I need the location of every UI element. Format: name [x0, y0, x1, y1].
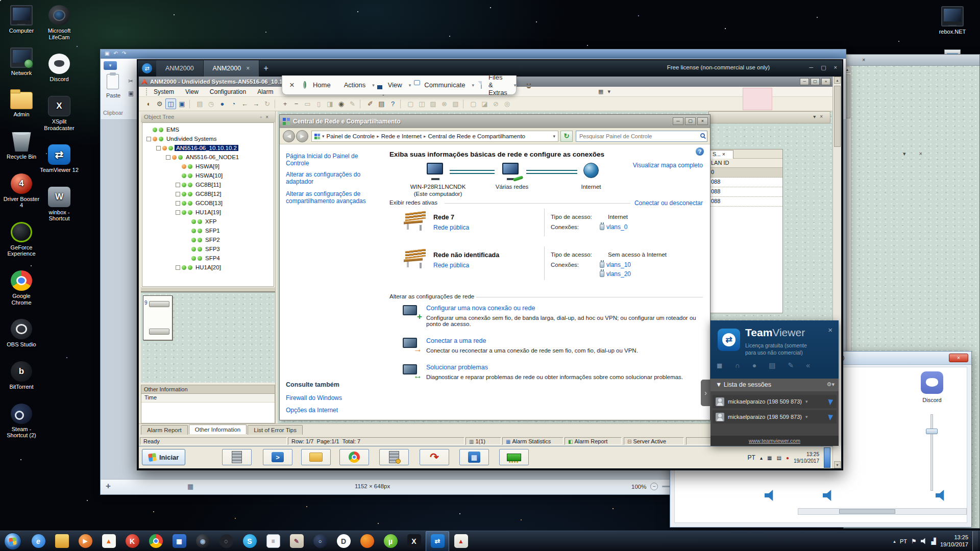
- tree-item[interactable]: SFP1: [142, 226, 274, 235]
- separator[interactable]: [189, 99, 193, 109]
- pin-icon[interactable]: ◫: [416, 98, 427, 109]
- export-icon[interactable]: ◨: [325, 98, 335, 109]
- back-button[interactable]: ◀: [283, 130, 295, 142]
- firefox-icon[interactable]: [355, 531, 379, 551]
- breadcrumb[interactable]: ▾ Painel de Controle▸ Rede e Internet▸ C…: [311, 131, 558, 142]
- duplicate-icon[interactable]: ◪: [479, 98, 490, 109]
- expander-icon[interactable]: [166, 155, 170, 160]
- close-button[interactable]: ×: [834, 64, 837, 71]
- breadcrumb-item[interactable]: Rede e Internet: [381, 133, 422, 139]
- hidden-icons-chevron[interactable]: ▴: [893, 539, 896, 544]
- winbox-icon[interactable]: W winbox - Shortcut: [40, 187, 79, 222]
- network-type-link[interactable]: Rede pública: [433, 224, 469, 231]
- connection-link[interactable]: vlans_10: [600, 261, 631, 268]
- connection-link[interactable]: vlans_20: [600, 270, 631, 278]
- tree-item[interactable]: HSWA[9]: [142, 162, 274, 171]
- tree-item[interactable]: AN5516-06_NODE1: [142, 153, 274, 162]
- breadcrumb-item[interactable]: Painel de Controle: [327, 133, 375, 139]
- panel-controls[interactable]: ▾×: [903, 151, 936, 157]
- zoom-out-icon[interactable]: −: [291, 98, 302, 109]
- speaker-mute-icon[interactable]: [765, 490, 777, 501]
- volume-icon[interactable]: [921, 538, 927, 544]
- schedule-icon[interactable]: ◷: [206, 98, 216, 109]
- tree-item-label[interactable]: SFP4: [204, 255, 222, 261]
- expander-icon[interactable]: [146, 137, 151, 141]
- chevron-down-icon[interactable]: ▾: [813, 114, 820, 119]
- connection-link[interactable]: vlans_0: [600, 223, 627, 231]
- slot-card[interactable]: 9: [143, 295, 173, 340]
- start-button[interactable]: Iniciar: [142, 449, 185, 465]
- view-menu[interactable]: View: [388, 81, 402, 89]
- actual-size-icon[interactable]: ▯: [313, 98, 324, 109]
- tree-item[interactable]: HU1A[20]: [142, 263, 274, 272]
- google-chrome-icon[interactable]: Google Chrome: [2, 270, 41, 306]
- tree-item-label[interactable]: GC8B[11]: [194, 182, 223, 188]
- session-row[interactable]: mickaelparaizo (198 509 873) ▾: [713, 410, 837, 423]
- tree-item-label[interactable]: Undivided Systems: [165, 136, 218, 142]
- close-session-icon[interactable]: ×: [289, 80, 295, 90]
- minimize-button[interactable]: ─: [809, 64, 813, 71]
- expander-icon[interactable]: [176, 265, 180, 270]
- panel-tab[interactable]: S... ×: [710, 150, 733, 159]
- separator[interactable]: [275, 99, 278, 109]
- tree-item[interactable]: SFP4: [142, 254, 274, 263]
- printer-tray-icon[interactable]: ▤: [776, 455, 781, 461]
- tree-item[interactable]: Undivided Systems: [142, 134, 274, 143]
- history-icon[interactable]: ◔: [228, 98, 239, 109]
- window-titlebar[interactable]: ▣↶↷: [101, 49, 846, 59]
- sync-icon[interactable]: ◎: [502, 98, 512, 109]
- close-button[interactable]: ×: [949, 354, 968, 362]
- back-icon[interactable]: ←: [239, 98, 250, 109]
- driver-booster-icon[interactable]: 4 Driver Booster 4: [2, 173, 41, 209]
- close-button[interactable]: ×: [821, 78, 830, 85]
- bittorrent-icon[interactable]: b BitTorrent: [2, 361, 41, 390]
- network-card-icon[interactable]: [499, 449, 529, 465]
- sessions-header[interactable]: ▼ Lista de sessões ⚙▾: [710, 379, 839, 391]
- sidebar-link-sharing[interactable]: Alterar as configurações de compartilham…: [286, 190, 378, 205]
- network-icon[interactable]: Network: [2, 47, 41, 77]
- other-info-row[interactable]: Time: [141, 394, 275, 403]
- pin-icon[interactable]: ▫: [260, 114, 266, 120]
- new-task-icon[interactable]: ▢: [405, 98, 416, 109]
- session-tab-1[interactable]: ANM2000: [156, 60, 204, 77]
- setup-connection-link[interactable]: Configurar uma nova conexão ou rede: [426, 305, 535, 312]
- utorrent-icon[interactable]: µ: [379, 531, 402, 551]
- zoom-in-icon[interactable]: +: [280, 98, 290, 109]
- start-button[interactable]: [4, 533, 21, 550]
- remote-clock[interactable]: 13:2519/10/2017: [794, 451, 819, 464]
- files-extras-menu[interactable]: Files & Extras: [488, 73, 507, 96]
- tree-item[interactable]: AN5516-06_10.10.10.2: [142, 143, 274, 153]
- panel-collapse-handle[interactable]: ›: [701, 380, 710, 406]
- video-icon[interactable]: ◼: [717, 361, 723, 369]
- tree-item-label[interactable]: HSWA[9]: [194, 163, 221, 169]
- teamviewer-icon[interactable]: ⇄ TeamViewer 12: [40, 144, 79, 173]
- tree-item-label[interactable]: SFP3: [204, 246, 222, 252]
- tree-item-label[interactable]: GCOB[13]: [194, 200, 224, 206]
- volume-slider-knob[interactable]: [926, 429, 938, 434]
- media-player-icon[interactable]: ▶: [74, 531, 97, 551]
- chevron-up-icon[interactable]: ▴: [760, 455, 763, 461]
- language-indicator[interactable]: PT: [748, 454, 755, 461]
- close-task-icon[interactable]: ⊗: [439, 98, 450, 109]
- admin-folder-icon[interactable]: Admin: [2, 89, 41, 118]
- close-icon[interactable]: ×: [828, 325, 832, 334]
- powershell-icon[interactable]: >: [263, 449, 292, 465]
- tree-item[interactable]: SFP2: [142, 235, 274, 244]
- skype-icon[interactable]: S: [238, 531, 261, 551]
- troubleshoot-link[interactable]: Solucionar problemas: [426, 364, 488, 371]
- tree-item-label[interactable]: AN5516-06_10.10.10.2: [175, 145, 238, 151]
- teamviewer-link[interactable]: www.teamviewer.com: [710, 436, 839, 446]
- discord-app-icon[interactable]: [921, 371, 943, 394]
- zoom-out-button[interactable]: −: [650, 483, 658, 490]
- alarm-icon[interactable]: ●: [217, 98, 228, 109]
- sidebar-link-adapter[interactable]: Alterar as configurações do adaptador: [286, 171, 373, 185]
- volume-slider-track[interactable]: [930, 414, 933, 491]
- speaker-mute-icon[interactable]: [823, 490, 835, 501]
- network-type-link[interactable]: Rede pública: [433, 262, 469, 269]
- search-box[interactable]: [576, 131, 707, 142]
- gear-icon[interactable]: ⚙▾: [827, 381, 835, 388]
- lan-id-row[interactable]: 088: [709, 178, 782, 187]
- tree-item-label[interactable]: HU1A[19]: [194, 209, 223, 215]
- alert-tray-icon[interactable]: ●: [786, 455, 789, 461]
- xsplit-icon[interactable]: X: [402, 531, 426, 551]
